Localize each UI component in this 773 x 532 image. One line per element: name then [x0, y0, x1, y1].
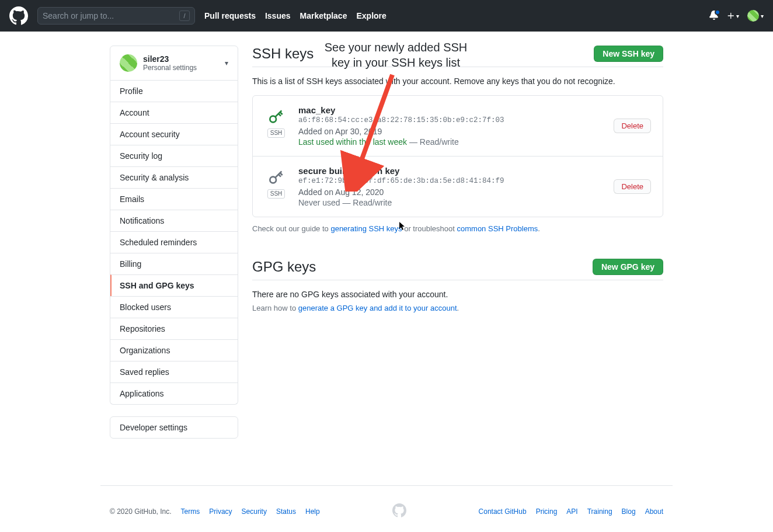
sidebar-item-account-security[interactable]: Account security [110, 123, 238, 145]
footer-right-links: Contact GitHubPricingAPITrainingBlogAbou… [479, 507, 663, 516]
ssh-description: This is a list of SSH keys associated wi… [252, 77, 663, 86]
sidebar-item-saved-replies[interactable]: Saved replies [110, 361, 238, 383]
avatar-icon [120, 54, 137, 72]
key-type-badge: SSH [267, 189, 285, 199]
copyright: © 2020 GitHub, Inc. [110, 507, 172, 516]
key-added: Added on Apr 30, 2019 [298, 127, 605, 136]
footer-link-api[interactable]: API [566, 507, 577, 516]
sidebar-item-developer-settings[interactable]: Developer settings [110, 417, 238, 438]
generate-gpg-key-link[interactable]: generate a GPG key and add it to your ac… [298, 304, 457, 312]
sidebar-item-billing[interactable]: Billing [110, 253, 238, 274]
nav-explore[interactable]: Explore [356, 11, 386, 20]
nav-marketplace[interactable]: Marketplace [300, 11, 347, 20]
sidebar-item-scheduled-reminders[interactable]: Scheduled reminders [110, 231, 238, 253]
generating-ssh-keys-link[interactable]: generating SSH keys [330, 224, 402, 233]
github-logo[interactable] [9, 6, 28, 25]
sidebar-item-notifications[interactable]: Notifications [110, 210, 238, 231]
user-menu[interactable]: ▾ [747, 10, 764, 22]
footer-left-links: TermsPrivacySecurityStatusHelp [181, 507, 320, 516]
create-menu[interactable]: ▾ [727, 12, 739, 20]
account-switcher[interactable]: siler23 Personal settings ▾ [110, 46, 238, 81]
avatar-icon [747, 10, 759, 22]
sidebar-item-profile[interactable]: Profile [110, 81, 238, 102]
delete-key-button[interactable]: Delete [614, 179, 651, 194]
key-added: Added on Aug 12, 2020 [298, 187, 605, 197]
top-nav: Pull requests Issues Marketplace Explore [204, 11, 387, 20]
username: siler23 [143, 54, 197, 64]
new-gpg-key-button[interactable]: New GPG key [593, 259, 663, 275]
global-header: / Pull requests Issues Marketplace Explo… [0, 0, 773, 32]
sidebar-item-applications[interactable]: Applications [110, 383, 238, 404]
gpg-learn: Learn how to generate a GPG key and add … [252, 304, 663, 312]
caret-down-icon: ▾ [736, 13, 739, 19]
sidebar-item-organizations[interactable]: Organizations [110, 339, 238, 361]
key-fingerprint: a6:f8:68:54:cc:e3:a8:22:78:15:35:0b:e9:c… [298, 116, 605, 124]
footer-link-contact-github[interactable]: Contact GitHub [479, 507, 527, 516]
footer-link-status[interactable]: Status [276, 507, 296, 516]
search-input[interactable] [43, 11, 179, 20]
caret-down-icon: ▾ [761, 13, 764, 19]
caret-down-icon: ▾ [225, 59, 228, 67]
gpg-empty: There are no GPG keys associated with yo… [252, 290, 663, 299]
sidebar-item-repositories[interactable]: Repositories [110, 318, 238, 339]
footer-link-help[interactable]: Help [305, 507, 320, 516]
nav-pull-requests[interactable]: Pull requests [204, 11, 256, 20]
delete-key-button[interactable]: Delete [614, 119, 651, 133]
key-fingerprint: ef:e1:72:9b:e8:5f:df:65:de:3b:da:5e:d8:4… [298, 177, 605, 185]
sidebar-item-account[interactable]: Account [110, 102, 238, 123]
sidebar-item-ssh-and-gpg-keys[interactable]: SSH and GPG keys [110, 274, 238, 296]
nav-issues[interactable]: Issues [265, 11, 291, 20]
settings-menu: ProfileAccountAccount securitySecurity l… [110, 81, 238, 405]
footer-link-security[interactable]: Security [242, 507, 267, 516]
main-content: SSH keys New SSH key This is a list of S… [252, 46, 663, 439]
key-icon: SSH [262, 107, 290, 138]
key-type-badge: SSH [267, 128, 285, 138]
footer-link-privacy[interactable]: Privacy [209, 507, 232, 516]
site-footer: © 2020 GitHub, Inc. TermsPrivacySecurity… [100, 485, 673, 519]
sidebar-item-emails[interactable]: Emails [110, 188, 238, 210]
ssh-guide: Check out our guide to generating SSH ke… [252, 224, 663, 233]
key-icon: SSH [262, 168, 290, 199]
slash-key-icon: / [179, 11, 190, 21]
gpg-heading: GPG keys [252, 259, 316, 275]
sidebar-item-blocked-users[interactable]: Blocked users [110, 296, 238, 318]
key-name: mac_key [298, 105, 605, 115]
footer-link-pricing[interactable]: Pricing [536, 507, 558, 516]
settings-sidebar: siler23 Personal settings ▾ ProfileAccou… [110, 46, 238, 439]
ssh-subhead: SSH keys New SSH key [252, 46, 663, 67]
notifications-icon[interactable] [709, 11, 719, 22]
sidebar-item-security-analysis[interactable]: Security & analysis [110, 166, 238, 188]
ssh-key-item: SSHmac_keya6:f8:68:54:cc:e3:a8:22:78:15:… [253, 96, 663, 156]
footer-link-training[interactable]: Training [587, 507, 612, 516]
footer-link-terms[interactable]: Terms [181, 507, 200, 516]
key-last-used: Last used within the last week — Read/wr… [298, 137, 605, 147]
ssh-key-list: SSHmac_keya6:f8:68:54:cc:e3:a8:22:78:15:… [252, 95, 663, 217]
gpg-subhead: GPG keys New GPG key [252, 259, 663, 280]
key-name: secure build lab ssh key [298, 166, 605, 176]
search-box[interactable]: / [37, 7, 195, 25]
ssh-heading: SSH keys [252, 46, 314, 62]
footer-link-about[interactable]: About [645, 507, 663, 516]
common-ssh-problems-link[interactable]: common SSH Problems [457, 224, 538, 233]
ssh-key-item: SSHsecure build lab ssh keyef:e1:72:9b:e… [253, 156, 663, 217]
footer-link-blog[interactable]: Blog [622, 507, 636, 516]
key-last-used: Never used — Read/write [298, 198, 605, 207]
sidebar-item-security-log[interactable]: Security log [110, 145, 238, 166]
github-mark-icon [392, 503, 406, 519]
notification-dot-icon [715, 9, 720, 15]
context-label: Personal settings [143, 64, 197, 72]
new-ssh-key-button[interactable]: New SSH key [594, 46, 663, 62]
